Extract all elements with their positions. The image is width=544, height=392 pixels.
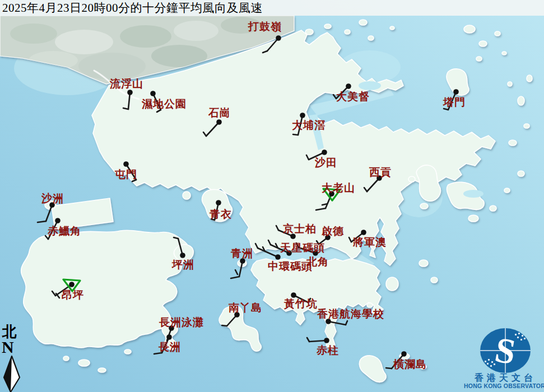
north-arrow-needle — [1, 355, 22, 392]
station-dot[interactable] — [166, 334, 172, 340]
station-dot[interactable] — [300, 113, 305, 118]
station-label[interactable]: 流浮山 — [110, 78, 143, 89]
station-dot[interactable] — [322, 150, 327, 155]
title-bar: 2025年4月23日20時00分的十分鐘平均風向及風速 — [0, 0, 544, 16]
station-dot[interactable] — [150, 91, 156, 96]
station-dot[interactable] — [346, 83, 351, 89]
ma-wan-island — [183, 192, 190, 199]
station-label[interactable]: 香港航海學校 — [317, 309, 384, 319]
map-title: 2025年4月23日20時00分的十分鐘平均風向及風速 — [2, 1, 263, 15]
station-label[interactable]: 大美督 — [336, 91, 370, 102]
wind-barb — [293, 134, 298, 135]
station-label[interactable]: 啟德 — [322, 226, 344, 236]
station-label[interactable]: 沙田 — [315, 157, 337, 168]
compass: 北 N — [1, 325, 22, 392]
station-label[interactable]: 青洲 — [231, 248, 253, 259]
station-label[interactable]: 北角 — [306, 256, 329, 267]
station-dot[interactable] — [180, 253, 185, 258]
north-letter: N — [2, 339, 22, 355]
station-label[interactable]: 大埔滘 — [292, 120, 326, 130]
station-label[interactable]: 石崗 — [208, 108, 231, 118]
station-dot[interactable] — [55, 218, 61, 223]
station-label[interactable]: 中環碼頭 — [268, 261, 313, 272]
hko-logo: S 香港天文台 HONG KONG OBSERVATORY — [464, 324, 544, 392]
station-label[interactable]: 黃竹坑 — [284, 298, 318, 309]
hko-logo-english: HONG KONG OBSERVATORY — [464, 382, 544, 389]
station-label[interactable]: 長洲泳灘 — [159, 317, 204, 328]
station-label[interactable]: 大老山 — [322, 183, 355, 193]
station-label[interactable]: 屯門 — [115, 169, 137, 180]
station-dot[interactable] — [324, 338, 329, 343]
station-dot[interactable] — [291, 292, 296, 298]
hko-logo-chinese: 香港天文台 — [474, 373, 537, 383]
station-dot[interactable] — [275, 254, 281, 260]
station-dot[interactable] — [127, 90, 133, 95]
station-dot[interactable] — [69, 282, 75, 287]
wind-map-page: 打鼓嶺流浮山濕地公園石崗屯門大美督塔門大埔滘沙田西貢大老山沙洲赤鱲角青衣坪洲青洲… — [0, 0, 544, 392]
hong-kong-map — [0, 0, 544, 392]
station-label[interactable]: 南丫島 — [229, 302, 262, 313]
hko-logo-icon: S — [464, 324, 544, 380]
station-label[interactable]: 昂坪 — [62, 290, 84, 300]
station-dot[interactable] — [276, 35, 281, 41]
station-label[interactable]: 長洲 — [159, 342, 181, 352]
station-dot[interactable] — [453, 89, 459, 95]
station-label[interactable]: 坪洲 — [172, 259, 194, 270]
station-label[interactable]: 沙洲 — [41, 193, 64, 204]
station-dot[interactable] — [216, 119, 222, 125]
station-label[interactable]: 打鼓嶺 — [248, 21, 282, 32]
station-dot[interactable] — [401, 351, 407, 357]
station-label[interactable]: 赤鱲角 — [48, 226, 81, 236]
wind-barb — [386, 368, 392, 368]
wind-barb — [222, 325, 227, 326]
station-dot[interactable] — [216, 200, 221, 206]
station-label[interactable]: 青衣 — [210, 209, 232, 220]
station-dot[interactable] — [361, 230, 366, 235]
station-label[interactable]: 西貢 — [369, 167, 392, 178]
station-dot[interactable] — [123, 161, 129, 167]
station-label[interactable]: 橫瀾島 — [393, 359, 427, 370]
tung-lung-island — [386, 277, 398, 291]
station-label[interactable]: 將軍澳 — [353, 237, 387, 248]
station-label[interactable]: 赤柱 — [317, 345, 339, 356]
station-label[interactable]: 京士柏 — [283, 223, 317, 234]
station-label[interactable]: 天星碼頭 — [280, 242, 325, 253]
station-label[interactable]: 塔門 — [443, 97, 466, 108]
station-label[interactable]: 濕地公園 — [142, 99, 187, 109]
